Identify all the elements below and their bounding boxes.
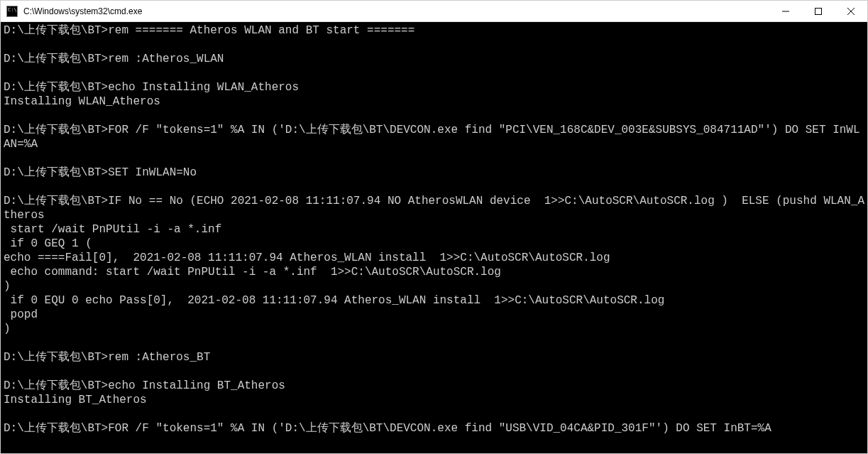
svg-rect-1 bbox=[815, 8, 822, 14]
console-line: if 0 EQU 0 echo Pass[0], 2021-02-08 11:1… bbox=[4, 293, 864, 308]
console-line: D:\上传下载包\BT>rem ======= Atheros WLAN and… bbox=[4, 23, 864, 38]
console-line: D:\上传下载包\BT>FOR /F "tokens=1" %A IN ('D:… bbox=[4, 421, 864, 436]
console-line: ) bbox=[4, 279, 864, 293]
console-line bbox=[4, 66, 864, 80]
minimize-button[interactable] bbox=[769, 1, 802, 22]
console-line bbox=[4, 364, 864, 379]
console-line: echo ====Fail[0], 2021-02-08 11:11:07.94… bbox=[4, 251, 864, 265]
console-line: start /wait PnPUtil -i -a *.inf bbox=[4, 222, 864, 237]
console-line: D:\上传下载包\BT>rem :Atheros_WLAN bbox=[4, 52, 864, 66]
console-line: D:\上传下载包\BT>echo Installing BT_Atheros bbox=[4, 379, 864, 393]
console-line: ) bbox=[4, 322, 864, 336]
console-line bbox=[4, 109, 864, 123]
console-line: if 0 GEQ 1 ( bbox=[4, 237, 864, 251]
console-line: D:\上传下载包\BT>FOR /F "tokens=1" %A IN ('D:… bbox=[4, 123, 864, 151]
console-line: Installing WLAN_Atheros bbox=[4, 94, 864, 109]
window-title: C:\Windows\system32\cmd.exe bbox=[23, 6, 142, 16]
console-output[interactable]: D:\上传下载包\BT>rem ======= Atheros WLAN and… bbox=[1, 22, 867, 453]
console-line bbox=[4, 38, 864, 52]
console-line: Installing BT_Atheros bbox=[4, 393, 864, 407]
cmd-window: C:\Windows\system32\cmd.exe D:\上传下载包\BT>… bbox=[0, 0, 868, 454]
console-line bbox=[4, 151, 864, 166]
console-line bbox=[4, 407, 864, 421]
maximize-icon bbox=[815, 8, 822, 15]
console-line: D:\上传下载包\BT>SET InWLAN=No bbox=[4, 166, 864, 180]
maximize-button[interactable] bbox=[802, 1, 835, 22]
app-icon bbox=[6, 6, 18, 17]
titlebar[interactable]: C:\Windows\system32\cmd.exe bbox=[1, 1, 867, 22]
console-line bbox=[4, 180, 864, 194]
close-icon bbox=[847, 8, 855, 15]
console-line: D:\上传下载包\BT>IF No == No (ECHO 2021-02-08… bbox=[4, 194, 864, 222]
close-button[interactable] bbox=[835, 1, 867, 22]
console-line: D:\上传下载包\BT>rem :Atheros_BT bbox=[4, 350, 864, 364]
console-line bbox=[4, 336, 864, 350]
console-line: D:\上传下载包\BT>echo Installing WLAN_Atheros bbox=[4, 80, 864, 94]
console-line: popd bbox=[4, 308, 864, 322]
console-line: echo command: start /wait PnPUtil -i -a … bbox=[4, 265, 864, 279]
minimize-icon bbox=[782, 8, 789, 15]
